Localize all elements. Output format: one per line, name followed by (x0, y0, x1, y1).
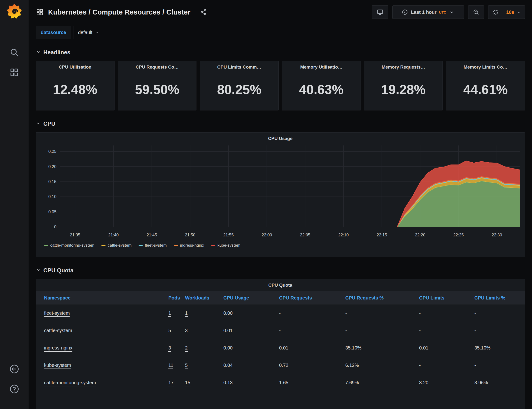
legend-item-cattle-monitoring-system[interactable]: cattle-monitoring-system (44, 243, 94, 248)
table-link[interactable]: 3 (168, 345, 185, 351)
table-cell: - (345, 328, 419, 333)
x-axis-tick: 21:55 (223, 232, 234, 237)
page-title: Kubernetes / Compute Resources / Cluster (48, 8, 190, 16)
table-link[interactable]: kube-system (36, 363, 168, 368)
table-link[interactable]: 1 (185, 310, 223, 316)
x-axis-tick: 22:10 (338, 232, 349, 237)
section-headlines[interactable]: Headlines (36, 49, 525, 56)
table-header-row: NamespacePodsWorkloadsCPU UsageCPU Reque… (36, 291, 525, 305)
stat-title[interactable]: CPU Requests Co… (118, 61, 196, 71)
table-cell: - (419, 363, 474, 368)
column-header[interactable]: CPU Requests % (345, 295, 419, 301)
table-cell: 35.10% (474, 345, 525, 351)
stat-title[interactable]: Memory Utilisatio… (282, 61, 361, 71)
cpu-quota-table: NamespacePodsWorkloadsCPU UsageCPU Reque… (36, 291, 525, 391)
cpu-quota-panel: CPU Quota NamespacePodsWorkloadsCPU Usag… (36, 279, 525, 409)
stat-title[interactable]: CPU Limits Comm… (200, 61, 278, 71)
apps-grid-icon[interactable] (9, 67, 20, 78)
section-title: CPU Quota (43, 267, 74, 274)
table-link[interactable]: 5 (185, 363, 223, 368)
table-row: fleet-system110.00---- (36, 305, 525, 322)
table-link[interactable]: cattle-monitoring-system (36, 380, 168, 385)
y-axis-tick: 0.20 (48, 164, 56, 169)
chevron-down-icon (449, 9, 454, 15)
table-link[interactable]: 15 (185, 380, 223, 385)
legend-label: ingress-nginx (180, 243, 204, 248)
column-header[interactable]: Workloads (185, 295, 223, 301)
variable-value: default (78, 30, 92, 35)
tv-mode-button[interactable] (372, 5, 388, 19)
stat-title[interactable]: Memory Requests… (364, 61, 443, 71)
table-link[interactable]: fleet-system (36, 310, 168, 316)
x-axis-tick: 21:50 (185, 232, 196, 237)
table-cell: - (474, 363, 525, 368)
table-cell: - (474, 328, 525, 333)
clock-icon (402, 9, 408, 15)
exit-icon[interactable] (9, 363, 20, 375)
column-header[interactable]: Pods (168, 295, 185, 301)
dashboard-grid-icon[interactable] (36, 8, 44, 16)
table-link[interactable]: cattle-system (36, 328, 168, 333)
table-link[interactable]: 11 (168, 363, 185, 368)
table-link[interactable]: 2 (185, 345, 223, 351)
panel-title[interactable]: CPU Usage (36, 133, 525, 143)
table-cell: 3.96% (474, 380, 525, 385)
column-header[interactable]: CPU Requests (279, 295, 345, 301)
chart-legend: cattle-monitoring-systemcattle-systemfle… (36, 242, 525, 248)
refresh-interval-label: 10s (506, 9, 514, 15)
legend-label: cattle-monitoring-system (50, 243, 94, 248)
grafana-logo[interactable] (7, 3, 22, 19)
table-link[interactable]: 1 (168, 310, 185, 316)
legend-swatch (211, 245, 215, 246)
x-axis-tick: 22:25 (453, 232, 464, 237)
navbar: Kubernetes / Compute Resources / Cluster (36, 0, 525, 23)
share-icon[interactable] (200, 9, 207, 16)
stat-title[interactable]: CPU Utilisation (36, 61, 114, 71)
table-cell: 6.12% (345, 363, 419, 368)
legend-label: cattle-system (108, 243, 131, 248)
table-link[interactable]: ingress-nginx (36, 345, 168, 351)
panel-title[interactable]: CPU Quota (36, 279, 525, 289)
legend-item-fleet-system[interactable]: fleet-system (139, 243, 167, 248)
stat-title[interactable]: Memory Limits Co… (446, 61, 525, 71)
table-cell: 0.00 (223, 345, 279, 351)
x-axis-tick: 22:05 (300, 232, 310, 237)
column-header[interactable]: Namespace (36, 295, 168, 301)
table-link[interactable]: 17 (168, 380, 185, 385)
refresh-interval-dropdown[interactable]: 10s (503, 6, 525, 19)
legend-item-cattle-system[interactable]: cattle-system (102, 243, 131, 248)
x-axis-tick: 21:35 (70, 232, 81, 237)
help-icon[interactable] (9, 383, 20, 395)
stat-panel: Memory Utilisatio…40.63% (282, 61, 361, 111)
section-cpu-quota[interactable]: CPU Quota (36, 267, 525, 274)
legend-item-ingress-nginx[interactable]: ingress-nginx (174, 243, 204, 248)
legend-swatch (102, 245, 105, 246)
time-zone-label: UTC (439, 10, 446, 14)
stat-value: 12.48% (36, 71, 114, 110)
refresh-icon (492, 9, 499, 16)
table-link[interactable]: 3 (185, 328, 223, 333)
section-cpu[interactable]: CPU (36, 121, 525, 127)
column-header[interactable]: CPU Limits (419, 295, 474, 301)
time-range-picker[interactable]: Last 1 hour UTC (392, 5, 464, 19)
cpu-usage-chart[interactable]: 00.050.100.150.200.2521:3521:4021:4521:5… (36, 143, 525, 242)
stat-value: 80.25% (200, 71, 278, 110)
table-link[interactable]: 5 (168, 328, 185, 333)
y-axis-tick: 0.05 (48, 210, 56, 214)
stat-value: 44.61% (446, 71, 525, 110)
variable-value-dropdown[interactable]: default (74, 26, 104, 39)
y-axis-tick: 0.25 (48, 149, 56, 154)
table-row: kube-system1150.040.726.12%-- (36, 357, 525, 374)
stat-value: 59.50% (118, 71, 196, 110)
column-header[interactable]: CPU Limits % (474, 295, 525, 301)
x-axis-tick: 21:40 (108, 232, 119, 237)
table-cell: 0.00 (223, 310, 279, 316)
stat-panel: CPU Utilisation12.48% (36, 61, 114, 111)
column-header[interactable]: CPU Usage (223, 295, 279, 301)
table-row: cattle-system530.01---- (36, 322, 525, 339)
legend-item-kube-system[interactable]: kube-system (211, 243, 240, 248)
search-icon[interactable] (9, 47, 20, 58)
refresh-button[interactable] (488, 6, 503, 19)
table-cell: 0.04 (223, 363, 279, 368)
zoom-out-button[interactable] (468, 5, 484, 19)
